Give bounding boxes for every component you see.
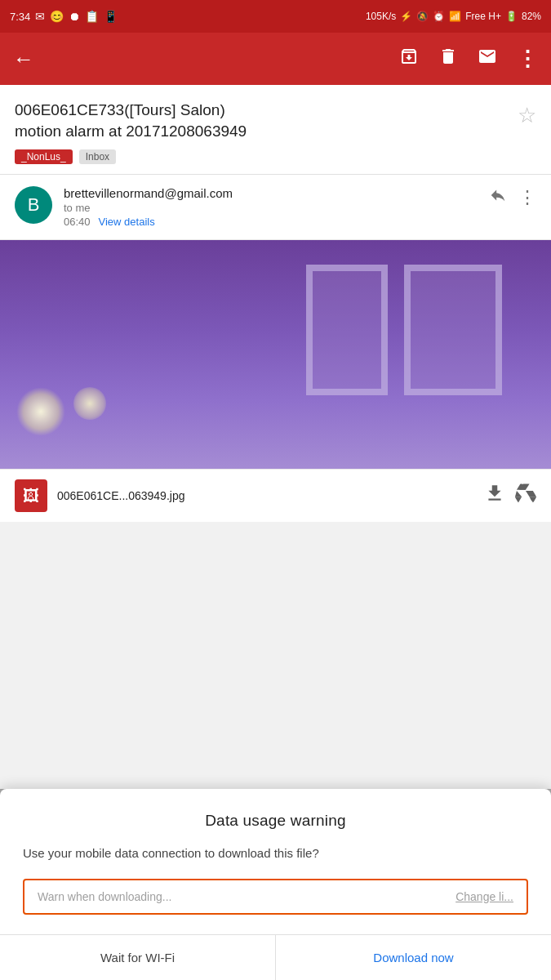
warn-option-text: Warn when downloading... [38, 890, 171, 903]
gmail-icon: ✉ [35, 10, 45, 23]
delete-button[interactable] [438, 47, 458, 71]
download-button[interactable] [484, 483, 505, 509]
email-image [0, 240, 551, 469]
back-button[interactable]: ← [13, 47, 34, 72]
dialog-body: Use your mobile data connection to downl… [23, 844, 528, 863]
drive-button[interactable] [515, 483, 536, 509]
network-label: Free H+ [465, 11, 501, 22]
screen-icon: 📱 [104, 10, 118, 23]
sender-actions: ⋮ [489, 186, 536, 208]
sender-time: 06:40 [64, 216, 91, 228]
image-thumb-icon: 🖼 [23, 487, 39, 506]
view-details-link[interactable]: View details [99, 216, 155, 228]
email-image-area [0, 240, 551, 469]
email-tags: _NonLus_ Inbox [15, 149, 536, 164]
dialog-actions: Wait for WI-Fi Download now [0, 934, 551, 980]
data-usage-dialog: Data usage warning Use your mobile data … [0, 789, 551, 981]
email-button[interactable] [478, 47, 497, 71]
status-right: 105K/s ⚡ 🔕 ⏰ 📶 Free H+ 🔋 82% [366, 11, 541, 22]
tag-inbox[interactable]: Inbox [79, 149, 116, 164]
app-bar: ← ⋮ [0, 33, 551, 85]
signal-icon: 📶 [449, 11, 461, 22]
status-time: 7:34 [10, 11, 30, 23]
record-icon: ⏺ [69, 10, 80, 23]
avatar: B [15, 186, 52, 224]
status-left: 7:34 ✉ 😊 ⏺ 📋 📱 [10, 10, 118, 23]
light-glow-2 [73, 387, 106, 420]
sender-time-row: 06:40 View details [64, 216, 478, 228]
star-button[interactable]: ☆ [518, 101, 536, 130]
tag-nonlus[interactable]: _NonLus_ [15, 149, 73, 164]
sender-to: to me [64, 202, 478, 214]
sender-more-button[interactable]: ⋮ [518, 187, 536, 208]
window-frame-1 [404, 265, 502, 395]
warn-option-box[interactable]: Warn when downloading... Change li... [23, 879, 528, 915]
attachment-row: 🖼 006E061CE...063949.jpg [0, 469, 551, 522]
bluetooth-icon: ⚡ [400, 11, 412, 22]
battery-level: 82% [522, 11, 541, 22]
more-button[interactable]: ⋮ [517, 48, 538, 69]
dialog-overlay: Data usage warning Use your mobile data … [0, 789, 551, 981]
app-bar-actions: ⋮ [399, 47, 538, 71]
dialog-content: Data usage warning Use your mobile data … [0, 789, 551, 915]
alarm-icon: 🔕 [416, 11, 429, 22]
battery-icon: 🔋 [505, 11, 518, 22]
download-now-button[interactable]: Download now [276, 935, 551, 980]
dialog-title: Data usage warning [23, 812, 528, 830]
attachment-thumbnail: 🖼 [15, 479, 47, 512]
reply-button[interactable] [489, 186, 507, 208]
attachment-filename: 006E061CE...063949.jpg [57, 489, 474, 502]
status-bar: 7:34 ✉ 😊 ⏺ 📋 📱 105K/s ⚡ 🔕 ⏰ 📶 Free H+ 🔋 … [0, 0, 551, 33]
wait-wifi-button[interactable]: Wait for WI-Fi [0, 935, 276, 980]
subject-line2: motion alarm at 20171208063949 [15, 122, 247, 140]
speed-indicator: 105K/s [366, 11, 396, 22]
clipboard-icon: 📋 [85, 10, 99, 23]
clock-icon: ⏰ [433, 11, 445, 22]
light-glow-1 [16, 387, 65, 436]
email-header: 006E061CE733([Tours] Salon) motion alarm… [0, 85, 551, 175]
sender-row: B brettevillenormand@gmail.com to me 06:… [0, 175, 551, 240]
emoji-icon: 😊 [50, 10, 64, 23]
email-subject: 006E061CE733([Tours] Salon) motion alarm… [15, 100, 536, 141]
sender-info: brettevillenormand@gmail.com to me 06:40… [64, 186, 478, 228]
archive-button[interactable] [399, 47, 419, 71]
window-frame-2 [306, 265, 388, 395]
sender-email: brettevillenormand@gmail.com [64, 186, 478, 200]
change-limit-link[interactable]: Change li... [455, 890, 513, 903]
subject-line1: 006E061CE733([Tours] Salon) [15, 101, 225, 118]
